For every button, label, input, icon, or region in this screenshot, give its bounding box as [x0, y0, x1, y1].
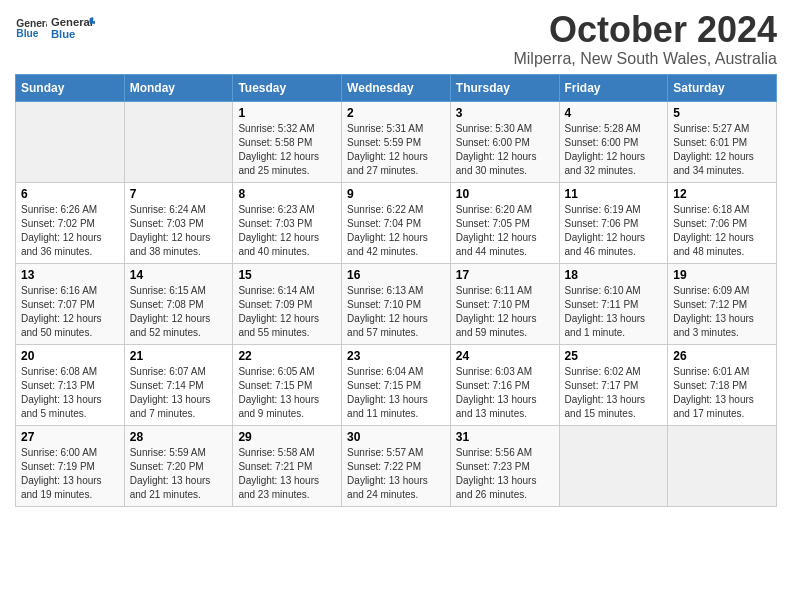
day-info: Sunrise: 6:19 AMSunset: 7:06 PMDaylight:… — [565, 203, 663, 259]
calendar-cell: 10Sunrise: 6:20 AMSunset: 7:05 PMDayligh… — [450, 182, 559, 263]
day-number: 19 — [673, 268, 771, 282]
day-number: 15 — [238, 268, 336, 282]
calendar-cell: 12Sunrise: 6:18 AMSunset: 7:06 PMDayligh… — [668, 182, 777, 263]
logo-bird-icon: General Blue — [51, 10, 96, 48]
logo: General Blue General Blue — [15, 10, 96, 48]
page-header: General Blue General Blue October 2024 M… — [15, 10, 777, 68]
day-number: 24 — [456, 349, 554, 363]
calendar-cell: 31Sunrise: 5:56 AMSunset: 7:23 PMDayligh… — [450, 425, 559, 506]
day-number: 29 — [238, 430, 336, 444]
day-number: 14 — [130, 268, 228, 282]
day-number: 8 — [238, 187, 336, 201]
day-number: 7 — [130, 187, 228, 201]
svg-text:Blue: Blue — [16, 28, 38, 39]
day-number: 21 — [130, 349, 228, 363]
day-info: Sunrise: 6:22 AMSunset: 7:04 PMDaylight:… — [347, 203, 445, 259]
calendar-cell: 8Sunrise: 6:23 AMSunset: 7:03 PMDaylight… — [233, 182, 342, 263]
day-number: 3 — [456, 106, 554, 120]
day-number: 30 — [347, 430, 445, 444]
calendar-cell: 1Sunrise: 5:32 AMSunset: 5:58 PMDaylight… — [233, 101, 342, 182]
day-info: Sunrise: 5:30 AMSunset: 6:00 PMDaylight:… — [456, 122, 554, 178]
calendar-cell: 27Sunrise: 6:00 AMSunset: 7:19 PMDayligh… — [16, 425, 125, 506]
weekday-header-tuesday: Tuesday — [233, 74, 342, 101]
day-info: Sunrise: 6:23 AMSunset: 7:03 PMDaylight:… — [238, 203, 336, 259]
day-info: Sunrise: 6:05 AMSunset: 7:15 PMDaylight:… — [238, 365, 336, 421]
day-number: 23 — [347, 349, 445, 363]
svg-text:General: General — [51, 16, 93, 28]
logo-icon: General Blue — [15, 13, 47, 45]
calendar-header: SundayMondayTuesdayWednesdayThursdayFrid… — [16, 74, 777, 101]
day-info: Sunrise: 6:14 AMSunset: 7:09 PMDaylight:… — [238, 284, 336, 340]
calendar-cell — [668, 425, 777, 506]
calendar-cell: 7Sunrise: 6:24 AMSunset: 7:03 PMDaylight… — [124, 182, 233, 263]
calendar-week-row: 20Sunrise: 6:08 AMSunset: 7:13 PMDayligh… — [16, 344, 777, 425]
calendar-body: 1Sunrise: 5:32 AMSunset: 5:58 PMDaylight… — [16, 101, 777, 506]
day-number: 5 — [673, 106, 771, 120]
weekday-header-sunday: Sunday — [16, 74, 125, 101]
calendar-cell: 11Sunrise: 6:19 AMSunset: 7:06 PMDayligh… — [559, 182, 668, 263]
calendar-cell: 18Sunrise: 6:10 AMSunset: 7:11 PMDayligh… — [559, 263, 668, 344]
day-info: Sunrise: 5:28 AMSunset: 6:00 PMDaylight:… — [565, 122, 663, 178]
weekday-header-friday: Friday — [559, 74, 668, 101]
day-number: 6 — [21, 187, 119, 201]
day-info: Sunrise: 6:02 AMSunset: 7:17 PMDaylight:… — [565, 365, 663, 421]
calendar-cell: 14Sunrise: 6:15 AMSunset: 7:08 PMDayligh… — [124, 263, 233, 344]
day-number: 25 — [565, 349, 663, 363]
day-info: Sunrise: 5:32 AMSunset: 5:58 PMDaylight:… — [238, 122, 336, 178]
calendar-cell: 21Sunrise: 6:07 AMSunset: 7:14 PMDayligh… — [124, 344, 233, 425]
day-info: Sunrise: 5:59 AMSunset: 7:20 PMDaylight:… — [130, 446, 228, 502]
day-info: Sunrise: 6:07 AMSunset: 7:14 PMDaylight:… — [130, 365, 228, 421]
day-info: Sunrise: 6:18 AMSunset: 7:06 PMDaylight:… — [673, 203, 771, 259]
day-info: Sunrise: 6:26 AMSunset: 7:02 PMDaylight:… — [21, 203, 119, 259]
calendar-cell: 19Sunrise: 6:09 AMSunset: 7:12 PMDayligh… — [668, 263, 777, 344]
day-info: Sunrise: 6:01 AMSunset: 7:18 PMDaylight:… — [673, 365, 771, 421]
calendar-cell: 24Sunrise: 6:03 AMSunset: 7:16 PMDayligh… — [450, 344, 559, 425]
month-title: October 2024 — [513, 10, 777, 50]
calendar-cell: 9Sunrise: 6:22 AMSunset: 7:04 PMDaylight… — [342, 182, 451, 263]
calendar-cell: 30Sunrise: 5:57 AMSunset: 7:22 PMDayligh… — [342, 425, 451, 506]
day-info: Sunrise: 5:58 AMSunset: 7:21 PMDaylight:… — [238, 446, 336, 502]
calendar-cell: 13Sunrise: 6:16 AMSunset: 7:07 PMDayligh… — [16, 263, 125, 344]
day-info: Sunrise: 5:27 AMSunset: 6:01 PMDaylight:… — [673, 122, 771, 178]
calendar-cell: 6Sunrise: 6:26 AMSunset: 7:02 PMDaylight… — [16, 182, 125, 263]
day-number: 20 — [21, 349, 119, 363]
day-number: 27 — [21, 430, 119, 444]
calendar-week-row: 13Sunrise: 6:16 AMSunset: 7:07 PMDayligh… — [16, 263, 777, 344]
day-number: 18 — [565, 268, 663, 282]
weekday-header-monday: Monday — [124, 74, 233, 101]
day-number: 22 — [238, 349, 336, 363]
day-number: 1 — [238, 106, 336, 120]
day-info: Sunrise: 5:31 AMSunset: 5:59 PMDaylight:… — [347, 122, 445, 178]
weekday-header-saturday: Saturday — [668, 74, 777, 101]
day-number: 31 — [456, 430, 554, 444]
calendar-cell — [124, 101, 233, 182]
calendar-cell — [559, 425, 668, 506]
day-number: 2 — [347, 106, 445, 120]
day-info: Sunrise: 6:04 AMSunset: 7:15 PMDaylight:… — [347, 365, 445, 421]
day-info: Sunrise: 6:00 AMSunset: 7:19 PMDaylight:… — [21, 446, 119, 502]
day-info: Sunrise: 6:20 AMSunset: 7:05 PMDaylight:… — [456, 203, 554, 259]
day-number: 17 — [456, 268, 554, 282]
calendar-cell: 17Sunrise: 6:11 AMSunset: 7:10 PMDayligh… — [450, 263, 559, 344]
day-number: 11 — [565, 187, 663, 201]
day-number: 10 — [456, 187, 554, 201]
day-number: 13 — [21, 268, 119, 282]
calendar-cell: 15Sunrise: 6:14 AMSunset: 7:09 PMDayligh… — [233, 263, 342, 344]
calendar-cell — [16, 101, 125, 182]
day-number: 26 — [673, 349, 771, 363]
day-info: Sunrise: 6:08 AMSunset: 7:13 PMDaylight:… — [21, 365, 119, 421]
day-info: Sunrise: 6:24 AMSunset: 7:03 PMDaylight:… — [130, 203, 228, 259]
day-info: Sunrise: 6:16 AMSunset: 7:07 PMDaylight:… — [21, 284, 119, 340]
day-info: Sunrise: 6:13 AMSunset: 7:10 PMDaylight:… — [347, 284, 445, 340]
weekday-header-row: SundayMondayTuesdayWednesdayThursdayFrid… — [16, 74, 777, 101]
day-info: Sunrise: 5:57 AMSunset: 7:22 PMDaylight:… — [347, 446, 445, 502]
day-number: 9 — [347, 187, 445, 201]
calendar-week-row: 1Sunrise: 5:32 AMSunset: 5:58 PMDaylight… — [16, 101, 777, 182]
day-info: Sunrise: 6:11 AMSunset: 7:10 PMDaylight:… — [456, 284, 554, 340]
calendar-cell: 26Sunrise: 6:01 AMSunset: 7:18 PMDayligh… — [668, 344, 777, 425]
calendar-week-row: 27Sunrise: 6:00 AMSunset: 7:19 PMDayligh… — [16, 425, 777, 506]
day-info: Sunrise: 6:03 AMSunset: 7:16 PMDaylight:… — [456, 365, 554, 421]
calendar-cell: 3Sunrise: 5:30 AMSunset: 6:00 PMDaylight… — [450, 101, 559, 182]
day-info: Sunrise: 6:10 AMSunset: 7:11 PMDaylight:… — [565, 284, 663, 340]
day-number: 28 — [130, 430, 228, 444]
